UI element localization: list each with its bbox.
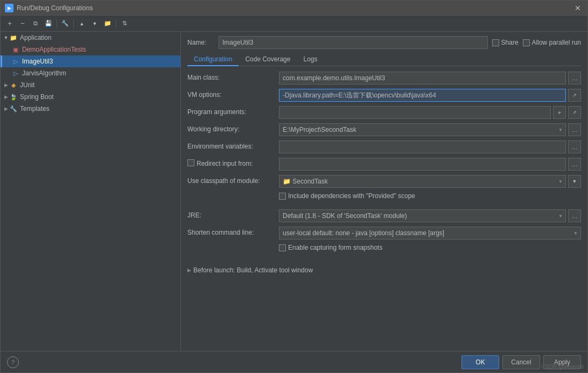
help-button[interactable]: ? xyxy=(7,356,19,368)
remove-button[interactable]: − xyxy=(17,18,29,30)
program-args-input[interactable] xyxy=(279,106,551,119)
watermark: CSDN @weiambt xyxy=(541,364,584,370)
env-vars-input[interactable] xyxy=(279,140,566,153)
add-button[interactable]: + xyxy=(4,18,16,30)
include-deps-label: Include dependencies with "Provided" sco… xyxy=(288,192,415,200)
separator-2 xyxy=(73,19,74,28)
working-dir-browse-button[interactable]: … xyxy=(568,123,581,136)
toolbar: + − ⧉ 💾 🔧 ▲ ▼ 📁 ⇅ xyxy=(1,16,587,32)
vm-options-input[interactable] xyxy=(279,89,566,102)
arrow-up-button[interactable]: ▲ xyxy=(76,18,88,30)
tree-label-templates: Templates xyxy=(20,105,50,112)
classpath-label: Use classpath of module: xyxy=(187,175,279,185)
tree-item-springboot[interactable]: ▶ 🍃 Spring Boot xyxy=(1,91,180,103)
ok-button[interactable]: OK xyxy=(461,355,499,369)
copy-button[interactable]: ⧉ xyxy=(30,18,41,30)
working-dir-control: … xyxy=(279,123,581,136)
arrow-templates: ▶ xyxy=(3,105,9,112)
main-class-input[interactable] xyxy=(279,72,566,85)
main-class-control: … xyxy=(279,72,581,85)
main-class-label: Main class: xyxy=(187,72,279,81)
footer: ? OK Cancel Apply xyxy=(1,351,587,372)
active-indicator xyxy=(1,55,2,67)
tree-item-jarvis[interactable]: ▷ JarvisAlgorithm xyxy=(1,67,180,79)
enable-snapshots-checkbox[interactable] xyxy=(279,244,286,251)
tree-label-imageutil3: ImageUtil3 xyxy=(22,58,53,65)
classpath-select[interactable]: 📁 SecondTask xyxy=(279,175,566,188)
program-args-expand-button[interactable]: ↗ xyxy=(568,106,581,119)
main-content: ▼ 📁 Application ▣ DemoApplicationTests ▷… xyxy=(1,32,587,351)
close-button[interactable]: ✕ xyxy=(572,3,583,13)
shorten-cmd-control: user-local default: none - java [options… xyxy=(279,227,581,240)
tree-label-demo: DemoApplicationTests xyxy=(22,46,86,53)
right-panel: Name: Share Allow parallel run Configura… xyxy=(181,32,587,351)
include-deps-checkbox[interactable] xyxy=(279,193,286,200)
redirect-checkbox[interactable] xyxy=(187,159,194,166)
vm-options-row: VM options: ↗ xyxy=(187,89,581,103)
tab-logs[interactable]: Logs xyxy=(297,53,324,66)
tree-label-springboot: Spring Boot xyxy=(20,93,54,101)
redirect-label: Redirect input from: xyxy=(197,158,253,167)
separator-3 xyxy=(116,19,116,28)
app-icon-imageutil3: ▷ xyxy=(11,57,20,66)
main-class-browse-button[interactable]: … xyxy=(568,72,581,85)
jre-browse-button[interactable]: … xyxy=(568,209,581,222)
env-vars-control: … xyxy=(279,140,581,153)
arrow-down-button[interactable]: ▼ xyxy=(89,18,101,30)
before-launch-header[interactable]: ▶ Before launch: Build, Activate tool wi… xyxy=(187,266,581,274)
env-vars-browse-button[interactable]: … xyxy=(568,140,581,153)
program-args-row: Program arguments: + ↗ xyxy=(187,106,581,120)
redirect-input[interactable] xyxy=(279,158,566,171)
tabs: Configuration Code Coverage Logs xyxy=(187,53,581,66)
settings-button[interactable]: 🔧 xyxy=(59,18,71,30)
vm-options-label: VM options: xyxy=(187,89,279,98)
enable-snapshots-label: Enable capturing form snapshots xyxy=(288,244,382,251)
allow-parallel-label: Allow parallel run xyxy=(532,39,581,46)
folder-icon-application: 📁 xyxy=(9,33,18,42)
before-launch-section: ▶ Before launch: Build, Activate tool wi… xyxy=(187,266,581,274)
jre-select[interactable]: Default (1.8 - SDK of 'SecondTask' modul… xyxy=(279,209,566,222)
env-vars-label: Environment variables: xyxy=(187,140,279,150)
vm-options-control: ↗ xyxy=(279,89,581,102)
cancel-button[interactable]: Cancel xyxy=(502,355,540,369)
before-launch-label: Before launch: Build, Activate tool wind… xyxy=(193,266,313,274)
tree-item-demo[interactable]: ▣ DemoApplicationTests xyxy=(1,44,180,55)
vm-options-expand-button[interactable]: ↗ xyxy=(568,89,581,102)
tree-label-application: Application xyxy=(20,34,52,41)
test-icon: ▣ xyxy=(11,45,20,54)
config-form: Main class: … VM options: ↗ Pr xyxy=(187,72,581,277)
program-args-control: + ↗ xyxy=(279,106,581,119)
tree-item-application[interactable]: ▼ 📁 Application xyxy=(1,32,180,44)
working-dir-input[interactable] xyxy=(279,123,566,136)
redirect-row: Redirect input from: … xyxy=(187,158,581,172)
tree-item-junit[interactable]: ▶ ◆ JUnit xyxy=(1,79,180,91)
folder-button[interactable]: 📁 xyxy=(102,18,114,30)
title-bar: ▶ Run/Debug Configurations ✕ xyxy=(1,1,587,16)
save-button[interactable]: 💾 xyxy=(43,18,54,30)
share-checkbox[interactable] xyxy=(492,39,499,46)
enable-snapshots-row: Enable capturing form snapshots xyxy=(187,244,581,258)
program-args-add-button[interactable]: + xyxy=(553,106,566,119)
classpath-row: Use classpath of module: 📁 SecondTask ▼ xyxy=(187,175,581,189)
tree-item-templates[interactable]: ▶ 🔧 Templates xyxy=(1,103,180,115)
name-input[interactable] xyxy=(219,36,488,49)
main-class-row: Main class: … xyxy=(187,72,581,86)
jre-control: Default (1.8 - SDK of 'SecondTask' modul… xyxy=(279,209,581,222)
sort-button[interactable]: ⇅ xyxy=(118,18,130,30)
classpath-control: 📁 SecondTask ▼ xyxy=(279,175,581,188)
working-dir-row: Working directory: … xyxy=(187,123,581,137)
classpath-dropdown-button[interactable]: ▼ xyxy=(568,175,581,188)
env-vars-row: Environment variables: … xyxy=(187,140,581,154)
tab-configuration[interactable]: Configuration xyxy=(187,53,239,66)
redirect-browse-button[interactable]: … xyxy=(568,158,581,171)
allow-parallel-checkbox[interactable] xyxy=(523,39,530,46)
tree-item-imageutil3[interactable]: ▷ ImageUtil3 xyxy=(1,55,180,67)
name-label: Name: xyxy=(187,39,214,46)
include-deps-row: Include dependencies with "Provided" sco… xyxy=(187,192,581,206)
shorten-cmd-select[interactable]: user-local default: none - java [options… xyxy=(279,227,581,240)
tab-code-coverage[interactable]: Code Coverage xyxy=(239,53,297,66)
junit-icon: ◆ xyxy=(9,81,18,89)
shorten-cmd-label: Shorten command line: xyxy=(187,227,279,236)
jre-label: JRE: xyxy=(187,209,279,219)
left-panel: ▼ 📁 Application ▣ DemoApplicationTests ▷… xyxy=(1,32,181,351)
